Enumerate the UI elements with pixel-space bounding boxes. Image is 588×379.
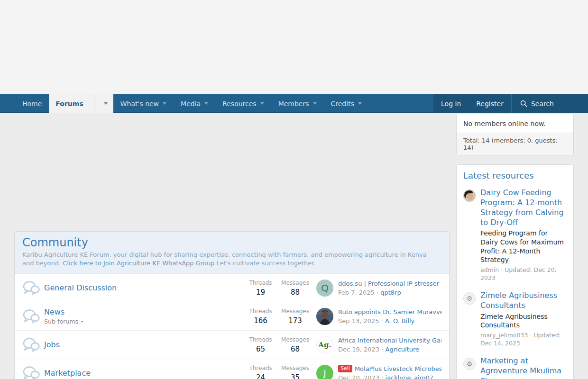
sidebar: No members online now. Total: 14 (member… (456, 114, 574, 379)
messages-label: Messages (278, 365, 312, 371)
latest-author-link[interactable]: Agriculture (386, 346, 420, 353)
resource-title-link[interactable]: Zimele Agribusiness Consultants (480, 291, 557, 310)
nav-tab-resources[interactable]: Resources (215, 94, 271, 113)
threads-count: 166 (243, 316, 278, 325)
resource-item: Dairy Cow Feeding Program: A 12-month St… (463, 188, 567, 282)
nav-tab-media[interactable]: Media (174, 94, 215, 113)
messages-count: 173 (278, 316, 312, 325)
latest-resources-title: Latest resources (463, 171, 567, 180)
resource-title-link[interactable]: Marketing at Agroventure Mkulima Shop (480, 356, 561, 379)
resource-body: Zimele Agribusiness Consultants Zimele A… (480, 290, 567, 347)
nav-tab-label: Credits (331, 100, 354, 108)
nav-tab-label: Media (181, 100, 201, 108)
messages-count: 35 (278, 373, 312, 379)
content-area: Community Karibu Agriculture KE Forum, y… (0, 113, 588, 379)
gear-icon: ⚙ (467, 295, 473, 302)
latest-thread-link[interactable]: Africa International University Gar… (338, 337, 441, 344)
ad-placeholder-main (14, 114, 450, 231)
forum-main: Jobs (44, 340, 243, 349)
nav-tab-home[interactable]: Home (15, 94, 49, 113)
chevron-down-icon[interactable] (313, 102, 317, 105)
latest-date: Sep 13, 2025 (338, 317, 379, 325)
whatsapp-group-link[interactable]: Click here to Join Agriculture KE WhatsA… (63, 260, 214, 267)
latest-author-link[interactable]: A. O. Billy (385, 317, 414, 325)
avatar-photo[interactable] (316, 308, 333, 325)
forum-title-link[interactable]: Jobs (44, 340, 60, 349)
chevron-down-icon[interactable] (204, 102, 208, 105)
forum-icon-wrap (22, 337, 44, 352)
nav-tab-forums[interactable]: Forums (49, 94, 113, 113)
tab-divider (94, 94, 94, 113)
latest-meta: Dec 20, 2023 · jacklyne_airo07 (338, 374, 441, 379)
nav-tab-members[interactable]: Members (271, 94, 324, 113)
avatar-letter: J (323, 368, 326, 378)
chat-bubbles-icon (22, 337, 40, 352)
latest-thread-link[interactable]: ddos.su | Professional IP stresser … (338, 280, 441, 287)
forum-stats: Threads 24 Messages 35 (243, 365, 312, 379)
threads-label: Threads (243, 280, 278, 286)
forums-menu-toggle[interactable] (98, 102, 113, 105)
members-online-block: No members online now. Total: 14 (member… (456, 114, 574, 155)
forum-main: Marketplace (44, 369, 243, 378)
search-icon (520, 100, 527, 107)
search-button[interactable]: Search (511, 94, 563, 113)
chevron-down-icon[interactable] (260, 102, 264, 105)
subforums-toggle[interactable]: Sub-forums (44, 318, 243, 325)
threads-count: 19 (243, 288, 278, 297)
avatar-ag-logo[interactable]: Ag. (316, 336, 333, 353)
resource-title-link[interactable]: Dairy Cow Feeding Program: A 12-month St… (480, 188, 564, 227)
page: Home Forums What's new Media Resources M… (0, 0, 588, 379)
chat-bubbles-icon (22, 366, 40, 379)
login-button[interactable]: Log in (433, 94, 469, 113)
chevron-down-icon[interactable] (163, 102, 166, 105)
forum-title-link[interactable]: News (44, 307, 64, 316)
forum-title-link[interactable]: Marketplace (44, 369, 91, 378)
forum-icon-wrap (22, 366, 44, 379)
threads-stat: Threads 65 (243, 336, 278, 353)
messages-count: 88 (278, 288, 312, 297)
chat-bubbles-icon (22, 309, 40, 324)
avatar-default[interactable]: ⚙ (463, 358, 476, 370)
avatar-letter: Q (321, 282, 329, 294)
avatar-dot: . (329, 341, 331, 349)
forum-main: General Discussion (44, 283, 243, 292)
forum-icon-wrap (22, 309, 44, 324)
threads-stat: Threads 166 (243, 308, 278, 325)
nav-tab-whats-new[interactable]: What's new (113, 94, 174, 113)
chevron-down-icon (104, 102, 108, 105)
forum-row-general-discussion: General Discussion Threads 19 Messages 8… (15, 273, 449, 302)
resource-description: Feeding Program for Dairy Cows for Maxim… (480, 229, 567, 264)
avatar-photo[interactable] (463, 190, 476, 202)
latest-author-link[interactable]: qpt8rp (380, 289, 401, 296)
subforums-label: Sub-forums (44, 318, 78, 325)
nav-tabs: Home Forums What's new Media Resources M… (15, 94, 369, 113)
meta-separator: · (530, 332, 532, 339)
main-column: Community Karibu Agriculture KE Forum, y… (14, 114, 450, 379)
avatar[interactable]: Q (316, 280, 333, 297)
chevron-down-icon (81, 321, 83, 323)
register-button[interactable]: Register (469, 94, 511, 113)
chevron-down-icon[interactable] (358, 102, 362, 105)
avatar[interactable]: J (316, 365, 333, 379)
meta-separator: · (381, 374, 383, 379)
latest-text: ddos.su | Professional IP stresser … Feb… (338, 280, 441, 296)
sell-badge: Sell (338, 365, 352, 372)
messages-label: Messages (278, 308, 312, 315)
page-title: Community (22, 236, 441, 249)
threads-label: Threads (243, 308, 278, 315)
threads-label: Threads (243, 365, 278, 371)
threads-stat: Threads 24 (243, 365, 278, 379)
search-label: Search (531, 100, 554, 108)
forum-stats: Threads 65 Messages 68 (243, 336, 312, 353)
latest-thread-link[interactable]: Ruto appoints Dr. Samier Muravve… (338, 308, 441, 316)
meta-separator: · (381, 346, 383, 353)
resource-item: ⚙ Zimele Agribusiness Consultants Zimele… (463, 290, 567, 347)
nav-tab-credits[interactable]: Credits (324, 94, 369, 113)
latest-post: Ruto appoints Dr. Samier Muravve… Sep 13… (316, 308, 441, 325)
visitor-nav: Log in Register Search (433, 94, 588, 113)
resource-body: Marketing at Agroventure Mkulima Shop Ma… (480, 356, 567, 379)
forum-title-link[interactable]: General Discussion (44, 283, 117, 292)
latest-thread-link[interactable]: MolaPlus Livestock Microbes… (355, 365, 441, 372)
avatar-default[interactable]: ⚙ (463, 292, 476, 305)
latest-author-link[interactable]: jacklyne_airo07 (386, 374, 433, 379)
